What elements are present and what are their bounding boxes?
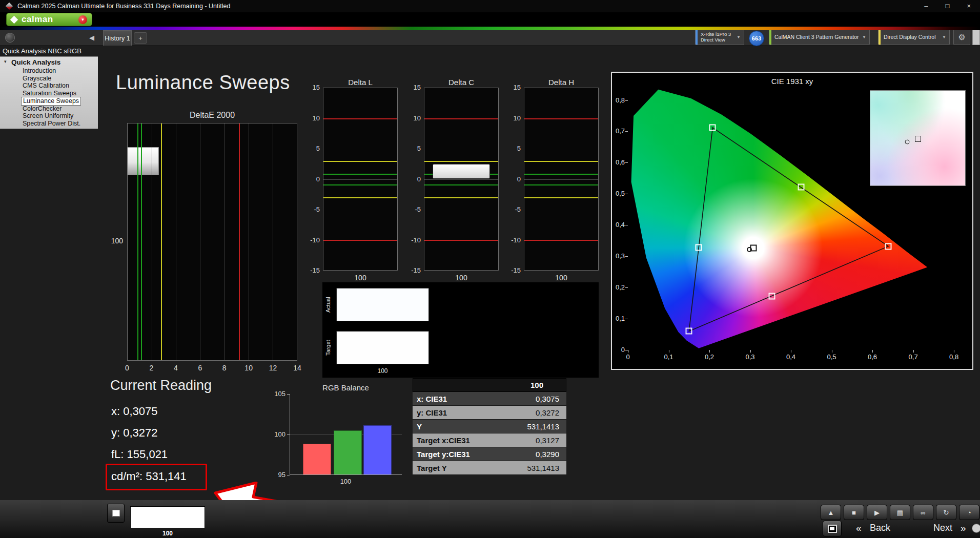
edge-panel-button[interactable] [972, 29, 980, 45]
axis-tick-label: 0,8 [616, 97, 625, 104]
axis-tick-label: 10 [244, 364, 253, 372]
axis-tick-label: -10 [411, 237, 421, 244]
delta-bar [433, 164, 490, 179]
refresh-icon: ↻ [944, 509, 949, 516]
gridline [273, 123, 273, 360]
minimize-button[interactable]: – [924, 0, 928, 12]
pattern-generator-dropdown[interactable]: CalMAN Client 3 Pattern Generator ▼ [769, 29, 870, 45]
gridline [200, 123, 200, 360]
calman-menu-caret-icon: ▾ [78, 15, 87, 24]
rgb-balance-y-axis: 10510095 [259, 394, 288, 475]
calman-menu-button[interactable]: calman ▾ [6, 13, 92, 26]
display-control-dropdown[interactable]: Direct Display Control ▼ [878, 29, 950, 45]
tree-item-luminance-sweeps[interactable]: Luminance Sweeps [21, 97, 81, 106]
tick-mark [625, 194, 628, 194]
meter-dropdown[interactable]: X-Rite i1Pro 3Direct View ▼ [695, 29, 744, 45]
axis-tick-label: 0,7 [909, 353, 918, 361]
tree-item-screen-uniformity[interactable]: Screen Uniformity [23, 112, 73, 120]
gear-icon: ⚙ [958, 32, 965, 42]
reference-line [524, 184, 598, 185]
tree-item-grayscale[interactable]: Grayscale [23, 75, 51, 82]
blue-bar [363, 425, 392, 474]
zero-line [323, 179, 397, 180]
calman-diamond-icon [10, 15, 18, 24]
table-row: Y 531,1413 [413, 420, 566, 433]
pattern-fullscreen-button[interactable] [823, 521, 842, 536]
dial-icon: ◔ [967, 509, 971, 516]
axis-tick-label: -5 [515, 206, 521, 213]
back-chevrons-button[interactable]: « [856, 523, 862, 534]
save-button[interactable]: ▤ [890, 505, 910, 520]
green-bar [334, 430, 362, 474]
tree-item-cms-calibration[interactable]: CMS Calibration [23, 82, 69, 90]
current-reading-heading: Current Reading [110, 378, 212, 394]
axis-tick-label: 0,1 [664, 353, 673, 361]
axis-tick-label: 10 [313, 115, 320, 122]
axis-tick-label: 10 [414, 115, 421, 122]
tick-mark [913, 350, 914, 353]
cie-white-point-inset [870, 90, 966, 186]
delta-h-category-label: 100 [524, 274, 599, 282]
axis-tick-label: 0,1 [616, 315, 625, 322]
window-title: Calman 2025 Calman Ultimate for Business… [17, 3, 230, 10]
axis-tick-label: 0 [517, 176, 521, 183]
pattern-generator-label: CalMAN Client 3 Pattern Generator [769, 34, 859, 40]
gridline [176, 123, 176, 360]
pattern-fullscreen-icon [828, 525, 837, 533]
tree-item-spectral-power[interactable]: Spectral Power Dist. [23, 120, 80, 128]
maximize-button[interactable]: □ [946, 0, 950, 12]
close-button[interactable]: × [967, 0, 971, 12]
axis-tick-label: 0,4 [786, 353, 795, 361]
play-button[interactable]: ▶ [867, 505, 887, 520]
tree-item-saturation-sweeps[interactable]: Saturation Sweeps [23, 90, 76, 97]
tick-mark [750, 350, 751, 353]
pattern-window-button[interactable] [107, 504, 125, 523]
axis-tick-label: 10 [514, 115, 521, 122]
tree-expander-icon[interactable]: ▾ [4, 59, 7, 64]
reference-line [323, 184, 397, 185]
sidebar-collapse-button[interactable]: ◀ [89, 34, 94, 42]
link-button[interactable]: ∞ [913, 505, 933, 520]
display-control-label: Direct Display Control [879, 34, 936, 40]
tick-mark [668, 350, 669, 353]
add-tab-button[interactable]: + [134, 32, 147, 44]
deltae2000-chart-title: DeltaE 2000 [127, 111, 297, 120]
back-button[interactable]: Back [870, 523, 890, 533]
chevron-down-icon: ▼ [733, 35, 744, 39]
reference-line [323, 174, 397, 175]
stop-button[interactable]: ■ [844, 505, 864, 520]
reference-line [137, 123, 138, 360]
axis-tick-label: -10 [310, 237, 320, 244]
eject-button[interactable]: ▲ [821, 505, 841, 520]
workspace-menu-button[interactable] [5, 33, 15, 43]
row-value: 0,3272 [509, 408, 566, 417]
next-chevrons-button[interactable]: » [961, 523, 966, 534]
measurement-marker [769, 293, 775, 300]
next-button[interactable]: Next [933, 523, 952, 533]
tick-mark [625, 225, 628, 225]
tree-root-quick-analysis[interactable]: Quick Analysis [11, 58, 60, 66]
tick-mark [625, 319, 628, 319]
current-pattern-label: 100 [130, 530, 205, 537]
deltae2000-bar [128, 147, 159, 175]
refresh-button[interactable]: ↻ [936, 505, 956, 520]
cie-y-axis: 00,10,20,30,40,50,60,70,8 [612, 81, 627, 350]
tick-mark [872, 350, 873, 353]
axis-tick-label: 4 [174, 364, 178, 372]
delta-c-category-label: 100 [424, 274, 499, 282]
tab-history-1[interactable]: History 1 [103, 30, 132, 46]
dial-button[interactable]: ◔ [959, 505, 979, 520]
target-color-swatch [336, 331, 429, 364]
row-label: Target y:CIE31 [413, 450, 509, 459]
deltae2000-x-axis: 02468101214 [127, 364, 297, 372]
table-row: Target x:CIE31 0,3127 [413, 433, 566, 447]
axis-tick-label: -5 [415, 206, 421, 213]
edge-dial-button[interactable] [972, 524, 980, 533]
axis-tick-label: 105 [274, 390, 285, 398]
row-value: 0,3075 [509, 395, 566, 403]
tree-item-colorchecker[interactable]: ColorChecker [23, 105, 62, 113]
settings-button[interactable]: ⚙ [953, 29, 970, 45]
app-bar: calman ▾ [0, 12, 980, 27]
reference-line [141, 123, 142, 360]
tree-item-introduction[interactable]: Introduction [23, 67, 56, 75]
